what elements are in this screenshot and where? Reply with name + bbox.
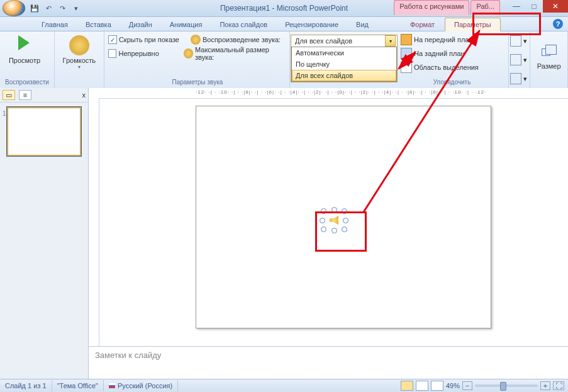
volume-button[interactable]: Громкость ▾ (57, 33, 101, 70)
resize-handle-w[interactable] (320, 218, 325, 223)
sound-object[interactable] (323, 211, 345, 230)
front-icon (401, 34, 412, 45)
close-pane-icon[interactable]: x (82, 91, 86, 99)
dropdown-item-auto[interactable]: Автоматически (292, 47, 396, 59)
slide-thumbnail-1[interactable] (6, 106, 82, 157)
tab-review[interactable]: Рецензирование (276, 18, 347, 31)
dropdown-toggle[interactable]: ▾ (385, 35, 396, 47)
dropdown-item-click[interactable]: По щелчку (292, 59, 396, 70)
dropdown-item-all-slides[interactable]: Для всех слайдов (292, 70, 396, 81)
slides-tab[interactable]: ▭ (3, 90, 15, 100)
group-volume: Громкость ▾ (55, 31, 104, 88)
play-sound-label: Воспроизведение звука: (203, 36, 281, 43)
maximize-button[interactable]: □ (525, 0, 543, 13)
undo-icon[interactable]: ↶ (43, 3, 54, 14)
redo-icon[interactable]: ↷ (57, 3, 68, 14)
tab-home[interactable]: Главная (33, 18, 77, 31)
tab-insert[interactable]: Вставка (77, 18, 120, 31)
notes-pane[interactable]: Заметки к слайду (89, 346, 568, 379)
max-size-label: Максимальный размер звука: (195, 46, 287, 61)
bring-front-button[interactable]: На передний план (398, 33, 506, 47)
close-button[interactable]: ✕ (543, 0, 568, 13)
dropdown-selected: Для всех слайдов (295, 37, 352, 45)
status-slide[interactable]: Слайд 1 из 1 (0, 380, 52, 391)
slide-1[interactable] (196, 106, 491, 328)
help-icon[interactable]: ? (553, 19, 563, 29)
contextual-tab-group: Работа с рисунками Раб... (393, 0, 500, 15)
thumb-pane-tabs: ▭ ≡ x (0, 88, 88, 103)
resize-handle-sw[interactable] (321, 227, 326, 232)
sound-icon (330, 216, 338, 225)
context-tab-2[interactable]: Раб... (471, 0, 500, 15)
outline-tab[interactable]: ≡ (19, 90, 31, 100)
tab-animation[interactable]: Анимация (161, 18, 211, 31)
zoom-in-button[interactable]: + (540, 381, 550, 390)
size-icon[interactable] (542, 45, 557, 60)
resize-handle-n[interactable] (331, 207, 337, 213)
loop-checkbox[interactable] (108, 49, 117, 58)
rotate-icon (510, 73, 521, 84)
hide-checkbox[interactable]: ✓ (108, 35, 117, 44)
max-size-icon (184, 48, 193, 59)
qat-more-icon[interactable]: ▾ (70, 3, 82, 14)
normal-view-button[interactable] (401, 381, 413, 391)
sound-play-icon (191, 35, 201, 45)
dropdown-field[interactable]: Для всех слайдов ▾ (291, 35, 397, 47)
group-volume-label (57, 77, 101, 87)
resize-handle-e[interactable] (343, 218, 348, 223)
front-label: На передний план (414, 36, 473, 43)
language-label: Русский (Россия) (118, 382, 172, 389)
group-objects-button[interactable]: ▾ (510, 53, 528, 67)
rotate-button[interactable]: ▾ (510, 72, 528, 86)
size-label: Размер (537, 62, 561, 70)
hide-label: Скрыть при показе (119, 36, 179, 43)
minimize-button[interactable]: — (508, 0, 525, 13)
zoom-label[interactable]: 49% (446, 382, 460, 389)
status-language[interactable]: Русский (Россия) (104, 380, 178, 391)
zoom-slider[interactable] (475, 384, 538, 387)
sorter-view-button[interactable] (416, 381, 428, 391)
send-back-button[interactable]: На задний план (398, 47, 506, 60)
ribbon: Просмотр Воспроизвести Громкость ▾ ✓ Скр… (0, 31, 568, 89)
notes-placeholder: Заметки к слайду (95, 350, 161, 360)
fit-window-button[interactable]: ⛶ (553, 381, 564, 390)
preview-button[interactable]: Просмотр (3, 33, 47, 64)
resize-handle-ne[interactable] (342, 208, 347, 214)
slideshow-view-button[interactable] (431, 381, 443, 391)
resize-handle-s[interactable] (331, 228, 337, 233)
group-arrange: На передний план На задний план Область … (396, 31, 509, 88)
selection-icon (401, 62, 412, 73)
preview-label: Просмотр (9, 57, 40, 64)
align-button[interactable]: ▾ (510, 34, 528, 48)
selection-pane-button[interactable]: Область выделения (398, 60, 506, 74)
slide-thumbnails-pane: ▭ ≡ x 1 (0, 88, 89, 379)
ribbon-tabs: Главная Вставка Дизайн Анимация Показ сл… (0, 17, 568, 31)
group-size-label (548, 70, 550, 79)
tab-parameters[interactable]: Параметры (445, 18, 501, 31)
tab-format[interactable]: Формат (401, 18, 443, 31)
resize-handle-se[interactable] (342, 227, 347, 232)
dropdown-list: Автоматически По щелчку Для всех слайдов (291, 47, 397, 82)
resize-handle-nw[interactable] (321, 208, 326, 214)
quick-access-toolbar: 💾 ↶ ↷ ▾ (29, 3, 82, 14)
group-play-label: Воспроизвести (3, 77, 52, 87)
slide-canvas[interactable] (104, 102, 555, 352)
zoom-out-button[interactable]: − (462, 381, 472, 390)
play-across-dropdown: Для всех слайдов ▾ Автоматически По щелч… (291, 35, 398, 82)
volume-label: Громкость (63, 57, 96, 64)
tab-slideshow[interactable]: Показ слайдов (211, 18, 276, 31)
tab-design[interactable]: Дизайн (120, 18, 161, 31)
ruler-marks: ·12· ·| · ·10· ·| · ·|8|· ·| · ·|6|· ·| … (196, 89, 486, 95)
loop-label: Непрерывно (118, 50, 159, 57)
tab-view[interactable]: Вид (347, 18, 377, 31)
context-tab-drawing[interactable]: Работа с рисунками (394, 0, 469, 15)
group-icon (510, 54, 521, 65)
chevron-down-icon: ▾ (389, 38, 392, 44)
selection-label: Область выделения (414, 64, 479, 71)
speaker-icon (69, 35, 89, 55)
office-button[interactable] (3, 0, 25, 16)
status-theme[interactable]: "Тема Office" (52, 380, 104, 391)
save-icon[interactable]: 💾 (29, 3, 40, 14)
zoom-thumb[interactable] (500, 382, 506, 391)
thumb-number: 1 (3, 110, 6, 117)
